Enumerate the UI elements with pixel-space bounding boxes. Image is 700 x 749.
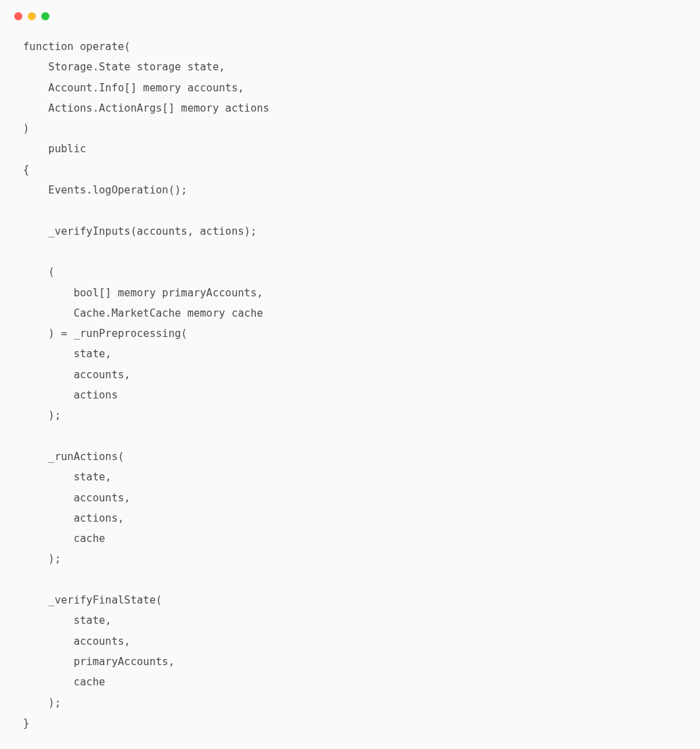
code-line: state,: [23, 467, 700, 487]
code-line: bool[] memory primaryAccounts,: [23, 283, 700, 303]
code-line: Account.Info[] memory accounts,: [23, 78, 700, 98]
code-line: function operate(: [23, 37, 700, 57]
code-line: accounts,: [23, 631, 700, 652]
code-line: _runActions(: [23, 447, 700, 467]
maximize-icon[interactable]: [41, 12, 49, 20]
code-line: [23, 426, 700, 447]
code-line: Storage.State storage state,: [23, 57, 700, 77]
code-line: );: [23, 693, 700, 713]
code-line: Cache.MarketCache memory cache: [23, 303, 700, 323]
code-line: [23, 200, 700, 221]
code-line: ) = _runPreprocessing(: [23, 323, 700, 344]
window-traffic-lights: [0, 0, 700, 20]
code-line: (: [23, 262, 700, 282]
code-line: actions,: [23, 508, 700, 528]
code-line: cache: [23, 528, 700, 549]
close-icon[interactable]: [14, 12, 22, 20]
code-line: Actions.ActionArgs[] memory actions: [23, 98, 700, 118]
code-line: [23, 242, 700, 262]
code-line: }: [23, 713, 700, 733]
code-line: state,: [23, 344, 700, 364]
code-line: {: [23, 160, 700, 180]
code-line: );: [23, 405, 700, 426]
code-line: cache: [23, 672, 700, 692]
code-editor: function operate( Storage.State storage …: [0, 20, 700, 733]
code-line: [23, 570, 700, 590]
code-line: primaryAccounts,: [23, 652, 700, 672]
code-line: public: [23, 139, 700, 159]
code-line: accounts,: [23, 488, 700, 508]
code-line: state,: [23, 610, 700, 631]
code-line: ): [23, 118, 700, 139]
code-line: _verifyFinalState(: [23, 590, 700, 610]
code-line: accounts,: [23, 365, 700, 385]
code-line: );: [23, 549, 700, 569]
code-line: _verifyInputs(accounts, actions);: [23, 221, 700, 242]
minimize-icon[interactable]: [28, 12, 36, 20]
code-line: actions: [23, 385, 700, 405]
code-line: Events.logOperation();: [23, 180, 700, 200]
